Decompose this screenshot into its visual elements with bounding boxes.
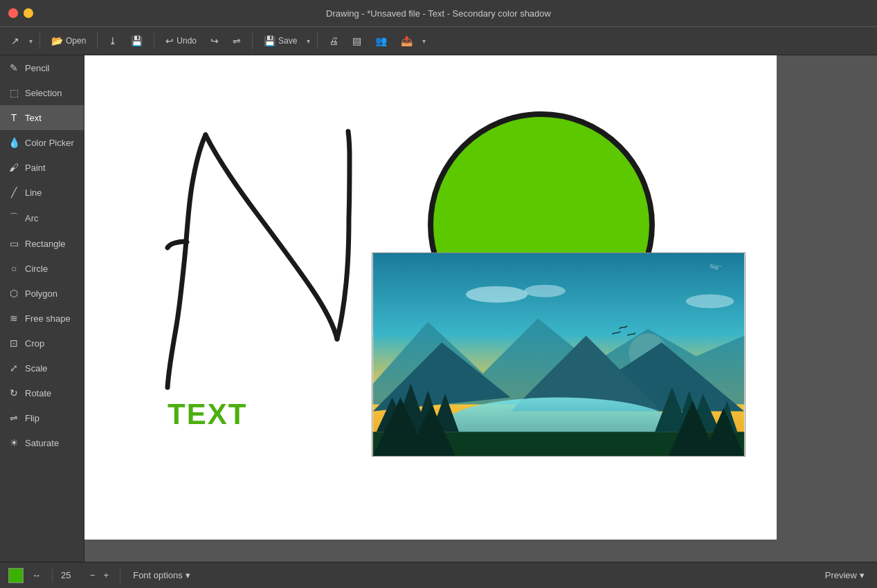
arc-icon: ⌒ bbox=[8, 212, 19, 224]
sidebar-item-label-crop: Crop bbox=[25, 338, 44, 349]
sidebar-item-label-selection: Selection bbox=[25, 88, 62, 98]
selection-icon: ⬚ bbox=[8, 87, 19, 98]
save-small-button[interactable]: 💾 bbox=[125, 30, 148, 51]
save-small-icon: 💾 bbox=[131, 35, 143, 46]
preview-arrow: ▾ bbox=[860, 570, 865, 580]
export-button[interactable]: ⤓ bbox=[103, 30, 123, 51]
zoom-in-button[interactable]: + bbox=[101, 569, 112, 582]
new-button[interactable]: ↗ bbox=[6, 30, 25, 51]
sidebar-item-polygon[interactable]: ⬡Polygon bbox=[0, 281, 84, 306]
zoom-value: 25 bbox=[61, 570, 82, 580]
preview-button[interactable]: Preview ▾ bbox=[821, 569, 869, 582]
sidebar-item-crop[interactable]: ⊡Crop bbox=[0, 331, 84, 356]
sidebar-item-label-rectangle: Rectangle bbox=[25, 239, 66, 249]
swap-colors-button[interactable]: ↔ bbox=[29, 569, 44, 582]
window-title: Drawing - *Unsaved file - Text - Seconda… bbox=[326, 8, 551, 19]
circle-icon: ○ bbox=[8, 263, 19, 274]
sidebar-item-pencil[interactable]: ✎Pencil bbox=[0, 55, 84, 80]
close-button[interactable] bbox=[8, 8, 18, 18]
open-label: Open bbox=[66, 36, 86, 46]
undo-button[interactable]: ↩ Undo bbox=[160, 30, 202, 51]
sidebar-item-paint[interactable]: 🖌Paint bbox=[0, 155, 84, 180]
export-icon: ⤓ bbox=[109, 35, 117, 46]
svg-text:Sig~: Sig~ bbox=[710, 263, 722, 270]
landscape-image: Sig~ bbox=[372, 252, 745, 457]
color-picker-icon: 💧 bbox=[8, 137, 19, 148]
sidebar-item-scale[interactable]: ⤢Scale bbox=[0, 356, 84, 380]
open-button[interactable]: 📂 Open bbox=[46, 30, 91, 51]
canvas-area[interactable]: TEXT bbox=[84, 55, 877, 562]
font-options-button[interactable]: Font options ▾ bbox=[129, 569, 195, 582]
statusbar: ↔ 25 − + Font options ▾ Preview ▾ bbox=[0, 562, 877, 588]
redo-icon: ↪ bbox=[210, 35, 219, 46]
toolbar-divider-3 bbox=[154, 33, 154, 49]
open-icon: 📂 bbox=[51, 35, 63, 46]
main-area: ✎Pencil⬚SelectionTText💧Color Picker🖌Pain… bbox=[0, 55, 877, 562]
sidebar-item-saturate[interactable]: ☀Saturate bbox=[0, 430, 84, 455]
undo-label: Undo bbox=[177, 36, 197, 46]
color-swatch[interactable] bbox=[8, 568, 24, 583]
free-shape-icon: ≋ bbox=[8, 313, 19, 324]
save-button[interactable]: 💾 Save bbox=[258, 30, 302, 51]
rotate-icon: ↻ bbox=[8, 387, 19, 398]
polygon-icon: ⬡ bbox=[8, 288, 19, 299]
sidebar-item-text[interactable]: TText bbox=[0, 105, 84, 130]
sidebar-item-label-line: Line bbox=[25, 187, 42, 198]
save-label: Save bbox=[278, 36, 297, 46]
share-icon: 👥 bbox=[375, 35, 387, 46]
transfer-icon: ⇌ bbox=[233, 35, 241, 46]
sidebar-item-label-color-picker: Color Picker bbox=[25, 138, 74, 148]
print-button[interactable]: 🖨 bbox=[323, 30, 344, 51]
new-dropdown-arrow[interactable]: ▾ bbox=[28, 36, 34, 46]
sidebar-item-color-picker[interactable]: 💧Color Picker bbox=[0, 130, 84, 155]
window-controls bbox=[8, 8, 33, 18]
sidebar-item-flip[interactable]: ⇌Flip bbox=[0, 405, 84, 430]
new-icon: ↗ bbox=[11, 35, 19, 46]
sidebar-item-label-circle: Circle bbox=[25, 264, 48, 274]
export2-dropdown-arrow[interactable]: ▾ bbox=[421, 36, 427, 46]
redo-button[interactable]: ↪ bbox=[205, 30, 224, 51]
share-button[interactable]: 👥 bbox=[370, 30, 392, 51]
sidebar-item-label-polygon: Polygon bbox=[25, 288, 57, 299]
sidebar-item-circle[interactable]: ○Circle bbox=[0, 256, 84, 281]
minimize-button[interactable] bbox=[24, 8, 33, 18]
line-icon: ╱ bbox=[8, 187, 19, 198]
toolbar-divider-1 bbox=[39, 33, 40, 49]
titlebar: Drawing - *Unsaved file - Text - Seconda… bbox=[0, 0, 877, 26]
print-icon: 🖨 bbox=[329, 35, 338, 46]
text-icon: T bbox=[8, 112, 19, 123]
drawing-canvas[interactable]: TEXT bbox=[84, 55, 777, 540]
sidebar-item-rotate[interactable]: ↻Rotate bbox=[0, 380, 84, 405]
export2-button[interactable]: 📤 bbox=[395, 30, 418, 51]
sidebar-item-label-saturate: Saturate bbox=[25, 438, 59, 448]
sidebar-item-label-flip: Flip bbox=[25, 413, 39, 423]
sidebar-item-free-shape[interactable]: ≋Free shape bbox=[0, 306, 84, 331]
paint-icon: 🖌 bbox=[8, 162, 19, 173]
canvas-text-element: TEXT bbox=[168, 398, 247, 431]
pencil-icon: ✎ bbox=[8, 62, 19, 73]
status-sep-2 bbox=[120, 569, 120, 582]
toolbar-divider-2 bbox=[97, 33, 98, 49]
sidebar-item-label-text: Text bbox=[25, 113, 42, 123]
sidebar-item-label-scale: Scale bbox=[25, 363, 48, 374]
toolbar-divider-5 bbox=[317, 33, 318, 49]
view-button[interactable]: ▤ bbox=[347, 30, 367, 51]
save-dropdown-arrow[interactable]: ▾ bbox=[305, 36, 311, 46]
sidebar-item-selection[interactable]: ⬚Selection bbox=[0, 80, 84, 105]
svg-point-4 bbox=[524, 285, 566, 297]
sidebar-item-line[interactable]: ╱Line bbox=[0, 180, 84, 205]
sidebar-item-rectangle[interactable]: ▭Rectangle bbox=[0, 231, 84, 256]
zoom-out-button[interactable]: − bbox=[87, 569, 98, 582]
svg-point-5 bbox=[686, 295, 734, 309]
sidebar-item-label-arc: Arc bbox=[25, 213, 39, 223]
font-options-label: Font options bbox=[133, 570, 183, 580]
sidebar-item-label-paint: Paint bbox=[25, 163, 46, 173]
toolbar-divider-4 bbox=[252, 33, 253, 49]
save-icon: 💾 bbox=[264, 35, 275, 46]
view-icon: ▤ bbox=[352, 35, 361, 46]
sidebar-item-arc[interactable]: ⌒Arc bbox=[0, 205, 84, 231]
flip-icon: ⇌ bbox=[8, 412, 19, 423]
svg-point-3 bbox=[466, 286, 527, 303]
transfer-button[interactable]: ⇌ bbox=[227, 30, 246, 51]
sidebar: ✎Pencil⬚SelectionTText💧Color Picker🖌Pain… bbox=[0, 55, 84, 562]
